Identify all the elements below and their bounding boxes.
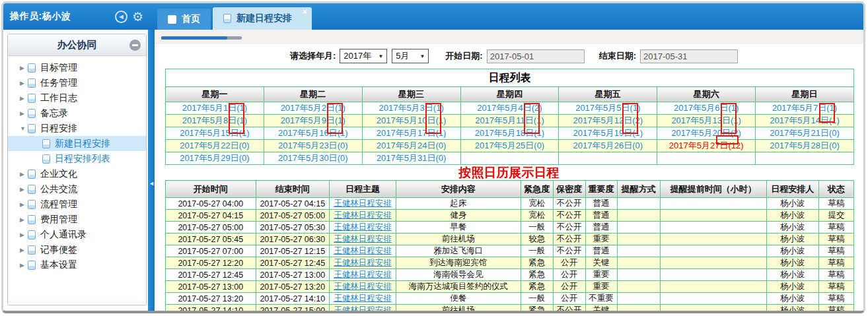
calendar-date-link[interactable]: 2017年5月13日: [671, 115, 731, 125]
schedule-subject-link[interactable]: 王健林日程安排: [334, 258, 392, 267]
calendar-day-cell[interactable]: 2017年5月18日(1): [460, 127, 559, 140]
horizontal-scrollbar[interactable]: [161, 36, 242, 40]
calendar-day-cell[interactable]: 2017年5月24日(0): [362, 140, 460, 152]
calendar-day-cell[interactable]: 2017年5月22日(0): [166, 140, 264, 152]
calendar-day-cell[interactable]: 2017年5月28日(0): [756, 140, 854, 152]
calendar-day-cell[interactable]: 2017年5月13日(1): [657, 115, 756, 127]
calendar-day-cell[interactable]: 2017年5月25日(0): [460, 140, 559, 152]
calendar-date-link[interactable]: 2017年5月3日: [379, 103, 433, 113]
schedule-subject-link[interactable]: 王健林日程安排: [334, 199, 392, 208]
calendar-date-link[interactable]: 2017年5月27日: [669, 141, 729, 150]
schedule-subject-link[interactable]: 王健林日程安排: [334, 282, 392, 291]
sidebar-item-任务管理[interactable]: ▶任务管理: [8, 75, 146, 90]
calendar-date-link[interactable]: 2017年5月6日: [674, 103, 728, 113]
calendar-day-cell[interactable]: 2017年5月17日(1): [362, 127, 460, 140]
calendar-date-link[interactable]: 2017年5月14日: [770, 115, 829, 125]
splitter-collapse-handle[interactable]: ◄: [149, 180, 155, 187]
month-select[interactable]: 5月 ▼: [392, 49, 429, 63]
calendar-day-cell[interactable]: 2017年5月1日(1): [166, 102, 264, 115]
calendar-date-link[interactable]: 2017年5月16日: [278, 128, 338, 138]
calendar-date-link[interactable]: 2017年5月10日: [377, 115, 436, 125]
calendar-day-cell[interactable]: 2017年5月6日(1): [657, 102, 756, 115]
calendar-date-link[interactable]: 2017年5月5日: [575, 103, 630, 113]
calendar-date-link[interactable]: 2017年5月22日: [180, 141, 239, 150]
end-date-input[interactable]: [640, 49, 738, 63]
calendar-date-link[interactable]: 2017年5月28日: [770, 141, 829, 150]
sidebar-item-流程管理[interactable]: ▶流程管理: [8, 197, 146, 212]
calendar-date-link[interactable]: 2017年5月25日: [475, 141, 534, 150]
calendar-date-link[interactable]: 2017年5月19日: [573, 128, 633, 138]
tab-close-icon[interactable]: ×: [303, 8, 307, 16]
calendar-date-link[interactable]: 2017年5月15日: [180, 128, 239, 138]
calendar-day-cell[interactable]: 2017年5月20日(2): [657, 127, 756, 140]
calendar-day-cell[interactable]: 2017年5月7日(1): [756, 102, 854, 115]
sidebar-item-基本设置[interactable]: ▶基本设置: [8, 257, 146, 272]
calendar-day-cell[interactable]: 2017年5月5日(1): [559, 102, 657, 115]
calendar-date-link[interactable]: 2017年5月21日: [770, 128, 829, 138]
splitter[interactable]: ◄: [148, 30, 155, 311]
minus-icon[interactable]: [129, 40, 141, 51]
calendar-day-cell[interactable]: 2017年5月26日(0): [559, 140, 657, 152]
calendar-day-cell[interactable]: 2017年5月12日(2): [559, 115, 657, 127]
calendar-date-link[interactable]: 2017年5月12日: [573, 115, 633, 125]
calendar-day-cell[interactable]: 2017年5月11日(1): [460, 115, 559, 127]
tab-home[interactable]: 首页: [157, 9, 211, 30]
sidebar-item-新建日程安排[interactable]: 新建日程安排: [8, 136, 146, 151]
calendar-day-cell[interactable]: 2017年5月23日(0): [264, 140, 362, 152]
calendar-day-cell[interactable]: 2017年5月10日(1): [362, 115, 460, 127]
calendar-date-link[interactable]: 2017年5月26日: [573, 141, 633, 150]
sidebar-panel-header[interactable]: 办公协同: [8, 34, 146, 56]
calendar-day-cell[interactable]: 2017年5月30日(0): [264, 152, 362, 165]
schedule-subject-link[interactable]: 王健林日程安排: [334, 294, 392, 303]
calendar-date-link[interactable]: 2017年5月30日: [278, 153, 338, 163]
calendar-day-cell[interactable]: 2017年5月9日(1): [264, 115, 362, 127]
sidebar-item-备忘录[interactable]: ▶备忘录: [8, 106, 146, 121]
calendar-day-cell[interactable]: 2017年5月29日(0): [166, 152, 264, 165]
sidebar-item-日程安排列表[interactable]: 日程安排列表: [8, 151, 146, 166]
calendar-date-link[interactable]: 2017年5月20日: [671, 128, 731, 138]
sidebar-item-公共交流[interactable]: ▶公共交流: [8, 181, 146, 197]
calendar-date-link[interactable]: 2017年5月24日: [377, 141, 436, 150]
calendar-date-link[interactable]: 2017年5月18日: [475, 128, 534, 138]
sidebar-item-企业文化[interactable]: ▶企业文化: [8, 166, 146, 181]
gear-icon[interactable]: ⚙: [132, 11, 143, 23]
schedule-subject-link[interactable]: 王健林日程安排: [334, 270, 392, 279]
schedule-subject-link[interactable]: 王健林日程安排: [334, 246, 392, 255]
calendar-date-link[interactable]: 2017年5月2日: [281, 103, 335, 113]
calendar-day-cell[interactable]: 2017年5月4日(2): [460, 102, 559, 115]
calendar-day-cell[interactable]: 2017年5月21日(0): [756, 127, 854, 140]
calendar-day-cell[interactable]: 2017年5月8日(1): [166, 115, 264, 127]
year-select[interactable]: 2017年 ▼: [340, 49, 387, 63]
calendar-date-link[interactable]: 2017年5月31日: [377, 153, 436, 163]
calendar-date-link[interactable]: 2017年5月17日: [377, 128, 436, 138]
calendar-date-link[interactable]: 2017年5月11日: [475, 115, 534, 125]
calendar-date-link[interactable]: 2017年5月29日: [180, 153, 239, 163]
calendar-day-cell[interactable]: 2017年5月27日(12): [657, 140, 756, 152]
calendar-date-link[interactable]: 2017年5月4日: [477, 103, 531, 113]
sidebar-item-目标管理[interactable]: ▶目标管理: [8, 60, 146, 75]
scrollbar-thumb[interactable]: [161, 36, 227, 40]
tab-new-schedule[interactable]: 新建日程安排×: [213, 7, 312, 30]
calendar-day-cell[interactable]: 2017年5月31日(0): [362, 152, 460, 165]
calendar-day-cell[interactable]: 2017年5月14日(1): [756, 115, 854, 127]
schedule-subject-link[interactable]: 王健林日程安排: [334, 222, 392, 232]
schedule-subject-link[interactable]: 王健林日程安排: [334, 305, 392, 311]
calendar-day-cell[interactable]: 2017年5月3日(1): [362, 102, 460, 115]
sidebar-item-日程安排[interactable]: ▼日程安排: [8, 121, 146, 136]
sidebar-item-工作日志[interactable]: ▶工作日志: [8, 90, 146, 106]
calendar-date-link[interactable]: 2017年5月1日: [182, 103, 236, 113]
calendar-day-cell[interactable]: 2017年5月19日(1): [559, 127, 657, 140]
calendar-date-link[interactable]: 2017年5月8日: [182, 115, 236, 125]
start-date-input[interactable]: [487, 49, 585, 63]
schedule-subject-link[interactable]: 王健林日程安排: [334, 234, 392, 243]
calendar-date-link[interactable]: 2017年5月9日: [281, 115, 335, 125]
calendar-date-link[interactable]: 2017年5月23日: [278, 141, 338, 150]
schedule-subject-link[interactable]: 王健林日程安排: [334, 210, 392, 220]
sidebar-item-记事便签[interactable]: ▶记事便签: [8, 242, 146, 257]
calendar-day-cell[interactable]: 2017年5月15日(1): [166, 127, 264, 140]
collapse-left-icon[interactable]: ◄: [115, 11, 127, 23]
calendar-date-link[interactable]: 2017年5月7日: [772, 103, 826, 113]
sidebar-item-个人通讯录[interactable]: ▶个人通讯录: [8, 227, 146, 242]
calendar-day-cell[interactable]: 2017年5月2日(1): [264, 102, 362, 115]
sidebar-item-费用管理[interactable]: ▶费用管理: [8, 212, 146, 227]
